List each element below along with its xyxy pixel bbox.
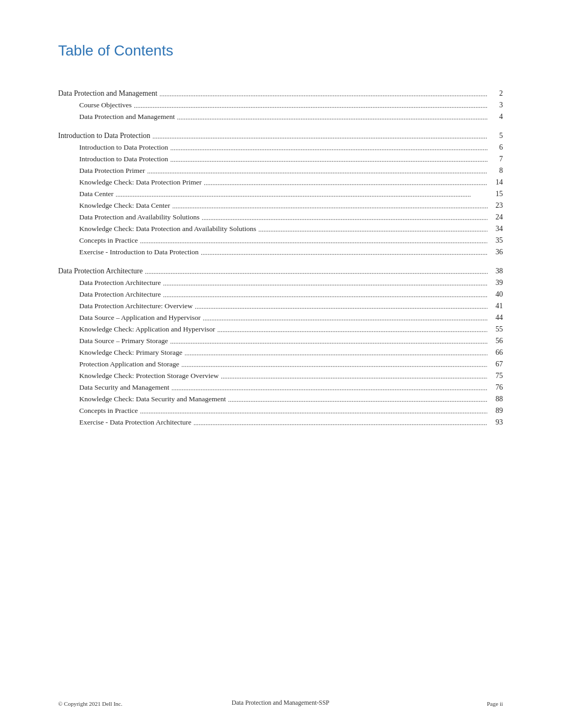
toc-page: 7 (490, 155, 503, 163)
toc-label: Data Protection and Management (58, 89, 157, 98)
toc-dots (177, 113, 488, 122)
toc-page: 14 (490, 178, 503, 187)
toc-entry: Knowledge Check: Protection Storage Over… (58, 370, 503, 382)
toc-label: Knowledge Check: Application and Hypervi… (58, 325, 215, 334)
toc-entry: Data Center 15 (58, 188, 503, 200)
toc-dots (170, 337, 488, 346)
toc-entry: Introduction to Data Protection 7 (58, 153, 503, 165)
toc-page: 24 (490, 213, 503, 222)
toc-dots (172, 202, 488, 210)
toc-label: Knowledge Check: Primary Storage (58, 348, 182, 357)
section-gap (58, 258, 503, 265)
toc-section-2: Introduction to Data Protection 5 (58, 130, 503, 142)
toc-page: 88 (490, 395, 503, 403)
toc-page: 4 (490, 113, 503, 121)
toc-page: 44 (490, 314, 503, 322)
toc-entry: Course Objectives 3 (58, 99, 503, 111)
toc-section-3: Data Protection Architecture 38 (58, 265, 503, 277)
toc-page: 15 (490, 190, 503, 198)
toc-page: 35 (490, 236, 503, 245)
toc-label: Data Protection Primer (58, 167, 145, 175)
toc-label: Concepts in Practice (58, 236, 138, 245)
toc-page: 55 (490, 325, 503, 334)
toc-label: Exercise - Data Protection Architecture (58, 418, 191, 427)
toc-content: Data Protection and Management 2 Course … (58, 80, 503, 428)
toc-label: Data Source – Application and Hypervisor (58, 314, 201, 322)
toc-dots (181, 361, 488, 369)
toc-entry: Knowledge Check: Data Protection Primer … (58, 177, 503, 188)
toc-entry: Knowledge Check: Application and Hypervi… (58, 324, 503, 335)
toc-entry: Data Source – Application and Hypervisor… (58, 312, 503, 324)
toc-page: 5 (490, 132, 503, 140)
toc-label: Data Center (58, 190, 114, 198)
toc-entry: Data Protection and Availability Solutio… (58, 211, 503, 223)
footer-center-text: Data Protection and Management-SSP (232, 699, 330, 706)
toc-entry: Exercise - Introduction to Data Protecti… (58, 246, 503, 258)
toc-page: 34 (490, 225, 503, 233)
toc-dots (153, 132, 488, 141)
toc-dots (147, 167, 488, 176)
toc-page: 93 (490, 418, 503, 427)
toc-entry: Knowledge Check: Data Security and Manag… (58, 393, 503, 405)
toc-dots (160, 90, 488, 98)
toc-page: 67 (490, 360, 503, 368)
footer-right-text: Page ii (487, 701, 503, 707)
toc-section-1: Data Protection and Management 2 (58, 88, 503, 99)
toc-entry: Data Protection Architecture: Overview 4… (58, 300, 503, 312)
toc-page: 75 (490, 372, 503, 380)
toc-page: 56 (490, 337, 503, 345)
toc-label: Knowledge Check: Protection Storage Over… (58, 372, 219, 380)
toc-dots (170, 144, 488, 152)
toc-entry: Data Source – Primary Storage 56 (58, 335, 503, 347)
toc-entry: Concepts in Practice 89 (58, 405, 503, 417)
toc-dots (258, 225, 488, 234)
toc-page: 38 (490, 267, 503, 275)
section-gap (58, 80, 503, 88)
toc-label: Course Objectives (58, 101, 132, 109)
toc-label: Knowledge Check: Data Security and Manag… (58, 395, 226, 403)
toc-entry: Data Protection Architecture 40 (58, 289, 503, 300)
toc-entry: Introduction to Data Protection 6 (58, 142, 503, 153)
toc-entry: Data Protection Primer 8 (58, 165, 503, 177)
toc-entry: Exercise - Data Protection Architecture … (58, 417, 503, 428)
toc-label: Data Protection and Management (58, 113, 175, 121)
toc-dots (140, 237, 488, 245)
toc-page: 23 (490, 201, 503, 210)
toc-title: Table of Contents (58, 42, 503, 59)
page-container: Table of Contents Data Protection and Ma… (0, 0, 561, 728)
toc-dots (204, 179, 488, 187)
toc-page: 6 (490, 143, 503, 152)
toc-entry: Knowledge Check: Data Center 23 (58, 200, 503, 211)
toc-label: Data Protection Architecture: Overview (58, 302, 193, 310)
toc-dots (170, 155, 488, 164)
toc-dots (201, 248, 488, 257)
toc-page: 41 (490, 302, 503, 310)
toc-dots (202, 214, 488, 222)
toc-dots (217, 326, 488, 334)
toc-entry: Data Security and Management 76 (58, 382, 503, 393)
toc-label: Knowledge Check: Data Protection and Ava… (58, 225, 256, 233)
toc-label: Introduction to Data Protection (58, 155, 168, 163)
toc-dots (134, 102, 488, 110)
toc-entry: Knowledge Check: Primary Storage 66 (58, 347, 503, 358)
toc-page: 2 (490, 89, 503, 98)
toc-label: Data Security and Management (58, 383, 170, 392)
toc-page: 40 (490, 290, 503, 299)
section-gap (58, 123, 503, 130)
toc-entry: Data Protection and Management 4 (58, 111, 503, 123)
toc-entry: Concepts in Practice 35 (58, 235, 503, 246)
toc-dots (184, 349, 488, 357)
toc-dots (195, 302, 488, 311)
toc-label: Introduction to Data Protection (58, 143, 168, 152)
toc-dots (145, 268, 488, 276)
toc-entry: Data Protection Architecture 39 (58, 277, 503, 289)
toc-page: 36 (490, 248, 503, 256)
toc-page: 3 (490, 101, 503, 109)
toc-dots (172, 384, 488, 392)
toc-dots (193, 419, 488, 427)
toc-dots (221, 372, 488, 381)
toc-dots (163, 291, 488, 299)
toc-dots (203, 314, 488, 322)
toc-label: Data Protection and Availability Solutio… (58, 213, 200, 222)
toc-dots (228, 395, 488, 404)
